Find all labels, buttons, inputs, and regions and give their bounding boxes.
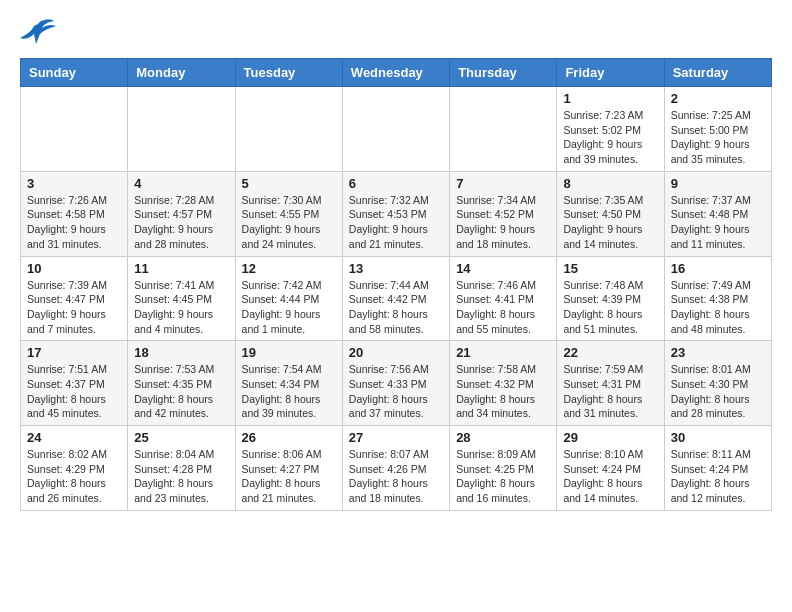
day-number: 28 xyxy=(456,430,550,445)
day-number: 15 xyxy=(563,261,657,276)
calendar-cell: 19Sunrise: 7:54 AM Sunset: 4:34 PM Dayli… xyxy=(235,341,342,426)
day-info: Sunrise: 7:58 AM Sunset: 4:32 PM Dayligh… xyxy=(456,362,550,421)
header-day-sunday: Sunday xyxy=(21,59,128,87)
calendar-cell: 8Sunrise: 7:35 AM Sunset: 4:50 PM Daylig… xyxy=(557,171,664,256)
day-number: 9 xyxy=(671,176,765,191)
day-number: 6 xyxy=(349,176,443,191)
day-info: Sunrise: 7:49 AM Sunset: 4:38 PM Dayligh… xyxy=(671,278,765,337)
calendar-cell: 2Sunrise: 7:25 AM Sunset: 5:00 PM Daylig… xyxy=(664,87,771,172)
day-info: Sunrise: 7:23 AM Sunset: 5:02 PM Dayligh… xyxy=(563,108,657,167)
day-info: Sunrise: 7:32 AM Sunset: 4:53 PM Dayligh… xyxy=(349,193,443,252)
day-number: 14 xyxy=(456,261,550,276)
calendar-week-3: 17Sunrise: 7:51 AM Sunset: 4:37 PM Dayli… xyxy=(21,341,772,426)
day-number: 8 xyxy=(563,176,657,191)
day-number: 13 xyxy=(349,261,443,276)
day-number: 16 xyxy=(671,261,765,276)
calendar-cell: 26Sunrise: 8:06 AM Sunset: 4:27 PM Dayli… xyxy=(235,426,342,511)
calendar-week-2: 10Sunrise: 7:39 AM Sunset: 4:47 PM Dayli… xyxy=(21,256,772,341)
day-info: Sunrise: 7:35 AM Sunset: 4:50 PM Dayligh… xyxy=(563,193,657,252)
calendar-cell: 12Sunrise: 7:42 AM Sunset: 4:44 PM Dayli… xyxy=(235,256,342,341)
calendar-cell: 15Sunrise: 7:48 AM Sunset: 4:39 PM Dayli… xyxy=(557,256,664,341)
day-info: Sunrise: 8:04 AM Sunset: 4:28 PM Dayligh… xyxy=(134,447,228,506)
calendar-cell: 22Sunrise: 7:59 AM Sunset: 4:31 PM Dayli… xyxy=(557,341,664,426)
day-info: Sunrise: 7:51 AM Sunset: 4:37 PM Dayligh… xyxy=(27,362,121,421)
calendar-body: 1Sunrise: 7:23 AM Sunset: 5:02 PM Daylig… xyxy=(21,87,772,511)
calendar-cell: 24Sunrise: 8:02 AM Sunset: 4:29 PM Dayli… xyxy=(21,426,128,511)
day-number: 3 xyxy=(27,176,121,191)
day-info: Sunrise: 7:30 AM Sunset: 4:55 PM Dayligh… xyxy=(242,193,336,252)
day-number: 21 xyxy=(456,345,550,360)
day-info: Sunrise: 7:46 AM Sunset: 4:41 PM Dayligh… xyxy=(456,278,550,337)
calendar-cell: 27Sunrise: 8:07 AM Sunset: 4:26 PM Dayli… xyxy=(342,426,449,511)
day-number: 10 xyxy=(27,261,121,276)
calendar-cell xyxy=(235,87,342,172)
calendar-cell: 23Sunrise: 8:01 AM Sunset: 4:30 PM Dayli… xyxy=(664,341,771,426)
day-info: Sunrise: 7:53 AM Sunset: 4:35 PM Dayligh… xyxy=(134,362,228,421)
day-info: Sunrise: 8:10 AM Sunset: 4:24 PM Dayligh… xyxy=(563,447,657,506)
calendar-cell: 6Sunrise: 7:32 AM Sunset: 4:53 PM Daylig… xyxy=(342,171,449,256)
day-number: 5 xyxy=(242,176,336,191)
day-info: Sunrise: 7:37 AM Sunset: 4:48 PM Dayligh… xyxy=(671,193,765,252)
day-info: Sunrise: 7:25 AM Sunset: 5:00 PM Dayligh… xyxy=(671,108,765,167)
day-number: 25 xyxy=(134,430,228,445)
calendar-cell xyxy=(128,87,235,172)
calendar-cell: 13Sunrise: 7:44 AM Sunset: 4:42 PM Dayli… xyxy=(342,256,449,341)
day-info: Sunrise: 8:01 AM Sunset: 4:30 PM Dayligh… xyxy=(671,362,765,421)
day-info: Sunrise: 7:56 AM Sunset: 4:33 PM Dayligh… xyxy=(349,362,443,421)
day-number: 2 xyxy=(671,91,765,106)
logo xyxy=(20,16,60,46)
day-info: Sunrise: 8:07 AM Sunset: 4:26 PM Dayligh… xyxy=(349,447,443,506)
day-info: Sunrise: 7:44 AM Sunset: 4:42 PM Dayligh… xyxy=(349,278,443,337)
day-info: Sunrise: 8:09 AM Sunset: 4:25 PM Dayligh… xyxy=(456,447,550,506)
calendar-cell: 17Sunrise: 7:51 AM Sunset: 4:37 PM Dayli… xyxy=(21,341,128,426)
day-number: 17 xyxy=(27,345,121,360)
day-info: Sunrise: 8:02 AM Sunset: 4:29 PM Dayligh… xyxy=(27,447,121,506)
calendar-cell: 11Sunrise: 7:41 AM Sunset: 4:45 PM Dayli… xyxy=(128,256,235,341)
header-day-thursday: Thursday xyxy=(450,59,557,87)
calendar-header: SundayMondayTuesdayWednesdayThursdayFrid… xyxy=(21,59,772,87)
day-number: 4 xyxy=(134,176,228,191)
calendar-cell: 7Sunrise: 7:34 AM Sunset: 4:52 PM Daylig… xyxy=(450,171,557,256)
day-number: 22 xyxy=(563,345,657,360)
page-header xyxy=(20,16,772,46)
calendar-week-1: 3Sunrise: 7:26 AM Sunset: 4:58 PM Daylig… xyxy=(21,171,772,256)
calendar-table: SundayMondayTuesdayWednesdayThursdayFrid… xyxy=(20,58,772,511)
day-number: 26 xyxy=(242,430,336,445)
calendar-cell: 14Sunrise: 7:46 AM Sunset: 4:41 PM Dayli… xyxy=(450,256,557,341)
day-number: 12 xyxy=(242,261,336,276)
day-info: Sunrise: 7:28 AM Sunset: 4:57 PM Dayligh… xyxy=(134,193,228,252)
day-number: 1 xyxy=(563,91,657,106)
day-info: Sunrise: 7:54 AM Sunset: 4:34 PM Dayligh… xyxy=(242,362,336,421)
calendar-cell: 9Sunrise: 7:37 AM Sunset: 4:48 PM Daylig… xyxy=(664,171,771,256)
calendar-cell: 16Sunrise: 7:49 AM Sunset: 4:38 PM Dayli… xyxy=(664,256,771,341)
calendar-cell: 25Sunrise: 8:04 AM Sunset: 4:28 PM Dayli… xyxy=(128,426,235,511)
logo-icon xyxy=(20,16,56,46)
day-number: 19 xyxy=(242,345,336,360)
calendar-cell: 1Sunrise: 7:23 AM Sunset: 5:02 PM Daylig… xyxy=(557,87,664,172)
calendar-week-4: 24Sunrise: 8:02 AM Sunset: 4:29 PM Dayli… xyxy=(21,426,772,511)
header-day-saturday: Saturday xyxy=(664,59,771,87)
day-info: Sunrise: 7:34 AM Sunset: 4:52 PM Dayligh… xyxy=(456,193,550,252)
calendar-cell xyxy=(342,87,449,172)
day-number: 29 xyxy=(563,430,657,445)
day-number: 18 xyxy=(134,345,228,360)
calendar-cell: 30Sunrise: 8:11 AM Sunset: 4:24 PM Dayli… xyxy=(664,426,771,511)
calendar-cell: 20Sunrise: 7:56 AM Sunset: 4:33 PM Dayli… xyxy=(342,341,449,426)
day-number: 20 xyxy=(349,345,443,360)
day-number: 30 xyxy=(671,430,765,445)
calendar-cell: 10Sunrise: 7:39 AM Sunset: 4:47 PM Dayli… xyxy=(21,256,128,341)
day-info: Sunrise: 7:42 AM Sunset: 4:44 PM Dayligh… xyxy=(242,278,336,337)
calendar-cell: 28Sunrise: 8:09 AM Sunset: 4:25 PM Dayli… xyxy=(450,426,557,511)
calendar-cell: 4Sunrise: 7:28 AM Sunset: 4:57 PM Daylig… xyxy=(128,171,235,256)
calendar-week-0: 1Sunrise: 7:23 AM Sunset: 5:02 PM Daylig… xyxy=(21,87,772,172)
calendar-cell xyxy=(21,87,128,172)
calendar-cell xyxy=(450,87,557,172)
day-info: Sunrise: 8:06 AM Sunset: 4:27 PM Dayligh… xyxy=(242,447,336,506)
header-day-monday: Monday xyxy=(128,59,235,87)
calendar-cell: 5Sunrise: 7:30 AM Sunset: 4:55 PM Daylig… xyxy=(235,171,342,256)
day-info: Sunrise: 7:26 AM Sunset: 4:58 PM Dayligh… xyxy=(27,193,121,252)
day-info: Sunrise: 8:11 AM Sunset: 4:24 PM Dayligh… xyxy=(671,447,765,506)
day-info: Sunrise: 7:48 AM Sunset: 4:39 PM Dayligh… xyxy=(563,278,657,337)
day-number: 24 xyxy=(27,430,121,445)
calendar-cell: 21Sunrise: 7:58 AM Sunset: 4:32 PM Dayli… xyxy=(450,341,557,426)
